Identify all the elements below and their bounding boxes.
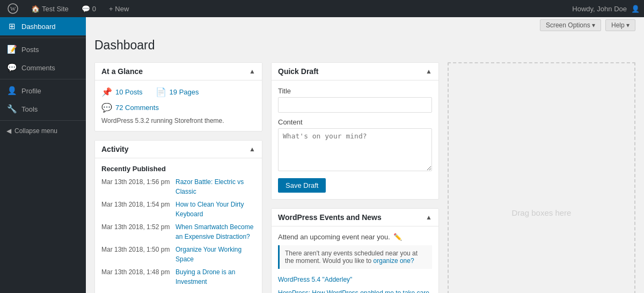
title-label: Title — [278, 87, 432, 95]
svg-text:W: W — [10, 5, 16, 12]
widget-header-glance: At a Glance ▲ — [95, 63, 262, 80]
events-title: WordPress Events and News — [278, 213, 382, 222]
menu-separator — [0, 38, 86, 38]
sidebar-item-label: Dashboard — [21, 23, 56, 31]
activity-body: Recently Published Mar 13th 2018, 1:56 p… — [95, 158, 262, 293]
posts-glance-icon: 📌 — [101, 87, 112, 97]
sidebar-item-label: Posts — [21, 46, 39, 54]
news-link-2[interactable]: HeroPress: How WordPress enabled me to t… — [278, 289, 432, 293]
activity-date: Mar 13th 2018, 1:50 pm — [101, 245, 171, 264]
sidebar-item-tools[interactable]: 🔧 Tools — [0, 100, 86, 118]
widget-header-activity: Activity ▲ — [95, 141, 262, 158]
tools-icon: 🔧 — [6, 104, 17, 114]
collapse-menu-button[interactable]: ◀ Collapse menu — [0, 123, 86, 139]
pages-count: 19 Pages — [170, 88, 199, 96]
sidebar-item-profile[interactable]: 👤 Profile — [0, 82, 86, 100]
widget-collapse-events[interactable]: ▲ — [426, 214, 432, 221]
activity-item: Mar 13th 2018, 1:52 pm When Smartwatch B… — [101, 222, 255, 241]
draft-content-input[interactable] — [278, 128, 432, 171]
glance-footer: WordPress 5.3.2 running Storefront theme… — [101, 117, 255, 124]
recently-published-title: Recently Published — [101, 165, 255, 173]
collapse-icon: ◀ — [6, 127, 11, 135]
at-a-glance-body: 📌 10 Posts 📄 19 Pages 💬 72 Com — [95, 80, 262, 131]
at-a-glance-title: At a Glance — [101, 67, 143, 76]
menu-separator-3 — [0, 120, 86, 121]
content-label: Content — [278, 118, 432, 126]
screen-options-button[interactable]: Screen Options ▾ — [540, 19, 601, 31]
activity-date: Mar 13th 2018, 1:48 pm — [101, 267, 171, 287]
news-link-1[interactable]: WordPress 5.4 "Adderley" — [278, 275, 432, 284]
dashboard-grid: At a Glance ▲ 📌 10 Posts 📄 — [94, 62, 635, 293]
menu-separator-2 — [0, 79, 86, 79]
activity-widget: Activity ▲ Recently Published Mar 13th 2… — [94, 140, 262, 293]
comments-stat[interactable]: 💬 72 Comments — [101, 102, 255, 113]
sidebar-item-label: Profile — [21, 87, 41, 95]
page-title: Dashboard — [94, 38, 635, 54]
widget-collapse-quick-draft[interactable]: ▲ — [426, 68, 432, 75]
sidebar-item-dashboard[interactable]: ⊞ Dashboard — [0, 17, 86, 35]
profile-icon: 👤 — [6, 86, 17, 96]
site-name: Test Site — [42, 5, 69, 13]
activity-post-link[interactable]: Buying a Drone is an Investment — [175, 267, 255, 287]
widget-header-quick-draft: Quick Draft ▲ — [272, 63, 438, 80]
comments-nav-icon: 💬 — [6, 63, 17, 72]
activity-post-link[interactable]: How to Clean Your Dirty Keyboard — [175, 200, 255, 219]
howdy-text: Howdy, John Doe — [572, 5, 627, 13]
comments-count-glance: 72 Comments — [115, 104, 159, 112]
activity-item: Mar 13th 2018, 1:48 pm Buying a Drone is… — [101, 267, 255, 287]
comments-button[interactable]: 💬 0 — [78, 0, 99, 17]
comments-icon: 💬 — [82, 5, 90, 13]
events-notice: There aren't any events scheduled near y… — [278, 245, 432, 269]
pages-stat[interactable]: 📄 19 Pages — [156, 87, 199, 97]
site-name-button[interactable]: 🏠 Test Site — [28, 0, 72, 17]
right-column: Drag boxes here — [448, 62, 635, 293]
content-form-group: Content — [278, 118, 432, 173]
sidebar-item-label: Tools — [21, 105, 38, 113]
drag-boxes-area: Drag boxes here — [448, 62, 635, 293]
posts-icon: 📝 — [6, 45, 17, 54]
save-draft-button[interactable]: Save Draft — [278, 178, 326, 193]
middle-column: Quick Draft ▲ Title Content — [271, 62, 439, 293]
quick-draft-body: Title Content Save Draft — [272, 80, 438, 199]
posts-stat[interactable]: 📌 10 Posts — [101, 87, 143, 97]
widget-collapse-activity[interactable]: ▲ — [249, 145, 255, 153]
events-location: Attend an upcoming event near you. ✏️ — [278, 233, 432, 241]
draft-title-input[interactable] — [278, 97, 432, 113]
edit-location-icon[interactable]: ✏️ — [393, 233, 402, 241]
organize-event-link[interactable]: organize one? — [374, 257, 414, 265]
pages-glance-icon: 📄 — [156, 87, 166, 97]
collapse-menu-label: Collapse menu — [14, 127, 57, 135]
widget-collapse-glance[interactable]: ▲ — [249, 68, 255, 75]
help-button[interactable]: Help ▾ — [605, 19, 635, 31]
screen-meta-links: Screen Options ▾ Help ▾ — [86, 17, 644, 33]
glance-stats: 📌 10 Posts 📄 19 Pages — [101, 87, 255, 97]
user-avatar-icon: 👤 — [631, 5, 640, 13]
sidebar-item-label: Comments — [21, 64, 55, 72]
quick-draft-widget: Quick Draft ▲ Title Content — [271, 62, 439, 200]
left-column: At a Glance ▲ 📌 10 Posts 📄 — [94, 62, 262, 293]
comments-count: 0 — [92, 5, 96, 13]
new-label: + New — [109, 5, 129, 13]
activity-date: Mar 13th 2018, 1:54 pm — [101, 200, 171, 219]
drag-boxes-label: Drag boxes here — [512, 208, 572, 217]
dashboard-icon: ⊞ — [6, 21, 17, 31]
activity-post-link[interactable]: Razor Battle: Electric vs Classic — [175, 177, 255, 196]
events-widget: WordPress Events and News ▲ Attend an up… — [271, 208, 439, 293]
main-content: Screen Options ▾ Help ▾ Dashboard At a G… — [86, 17, 644, 293]
sidebar-item-posts[interactable]: 📝 Posts — [0, 40, 86, 58]
activity-item: Mar 13th 2018, 1:56 pm Razor Battle: Ele… — [101, 177, 255, 196]
activity-post-link[interactable]: Organize Your Working Space — [175, 245, 255, 264]
wp-logo-button[interactable]: W — [4, 0, 21, 17]
admin-bar: W 🏠 Test Site 💬 0 + New Howdy, John Doe … — [0, 0, 644, 17]
activity-post-link[interactable]: When Smartwatch Become an Expensive Dist… — [175, 222, 255, 241]
title-form-group: Title — [278, 87, 432, 113]
activity-date: Mar 13th 2018, 1:52 pm — [101, 222, 171, 241]
quick-draft-title: Quick Draft — [278, 67, 318, 76]
sidebar-item-comments[interactable]: 💬 Comments — [0, 58, 86, 77]
site-icon: 🏠 — [31, 5, 40, 13]
events-body: Attend an upcoming event near you. ✏️ Th… — [272, 226, 438, 293]
widget-header-events: WordPress Events and News ▲ — [272, 209, 438, 226]
activity-item: Mar 13th 2018, 1:54 pm How to Clean Your… — [101, 200, 255, 219]
new-content-button[interactable]: + New — [106, 0, 132, 17]
at-a-glance-widget: At a Glance ▲ 📌 10 Posts 📄 — [94, 62, 262, 131]
